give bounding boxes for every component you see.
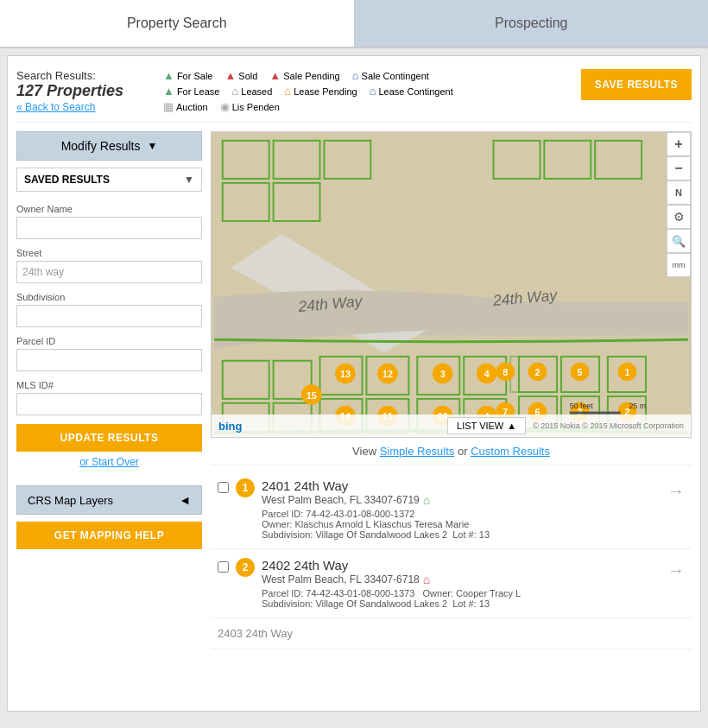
settings-icon[interactable]: ⚙ — [667, 205, 691, 229]
parcel-id-label: Parcel ID — [16, 336, 202, 346]
result-1-arrow-icon[interactable]: → — [667, 481, 685, 501]
result-1-address: 2401 24th Way — [262, 478, 661, 493]
parcel-id-input[interactable] — [16, 349, 202, 371]
legend-leased: ⌂ Leased — [231, 85, 272, 98]
saved-results-label: SAVED RESULTS — [24, 174, 184, 186]
svg-text:2: 2 — [535, 367, 540, 377]
result-2-detail: Parcel ID: 74-42-43-01-08-000-1373 Owner… — [262, 588, 661, 598]
parcel-id-filter: Parcel ID — [16, 336, 202, 380]
result-item-3-partial: 2403 24th Way — [211, 618, 692, 649]
list-view-arrow-icon: ▲ — [507, 421, 516, 431]
subdivision-label: Subdivision — [16, 292, 202, 302]
result-2-checkbox[interactable] — [218, 561, 229, 573]
street-label: Street — [16, 248, 202, 258]
svg-text:5: 5 — [578, 367, 583, 377]
result-1-number: 1 — [236, 478, 255, 497]
crs-map-layers-arrow-icon: ◄ — [179, 493, 191, 507]
svg-rect-2 — [223, 141, 269, 179]
back-to-search-link[interactable]: « Back to Search — [16, 101, 95, 113]
modify-results-label: Modify Results — [61, 139, 141, 153]
main-container: Search Results: 127 Properties « Back to… — [7, 55, 701, 712]
svg-rect-7 — [595, 141, 642, 179]
svg-rect-12 — [223, 361, 269, 399]
owner-name-filter: Owner Name — [16, 204, 202, 248]
ruler-icon[interactable]: mm — [667, 253, 691, 277]
results-label: Search Results: — [16, 69, 155, 82]
legend-sale-pending: ▲ Sale Pending — [269, 69, 339, 82]
list-view-button[interactable]: LIST VIEW ▲ — [447, 417, 526, 434]
simple-results-link[interactable]: Simple Results — [380, 445, 455, 458]
map-bottom-bar: bing LIST VIEW ▲ © 2015 Nokia © 2015 Mic… — [212, 415, 691, 437]
svg-text:3: 3 — [440, 369, 446, 379]
svg-rect-4 — [324, 141, 370, 179]
result-2-city: West Palm Beach, FL 33407-6718 ⌂ — [262, 573, 661, 586]
start-over-link[interactable]: or Start Over — [16, 456, 202, 468]
svg-text:4: 4 — [484, 369, 490, 379]
legend-row-2: ▲ For Lease ⌂ Leased ⌂ Lease Pending ⌂ L… — [163, 85, 572, 98]
result-1-home-icon: ⌂ — [423, 493, 430, 507]
result-2-home-icon: ⌂ — [423, 573, 430, 586]
map-container: 24th Way 24th Way 13 12 — [211, 131, 692, 438]
result-2-address: 2402 24th Way — [262, 558, 661, 573]
owner-name-input[interactable] — [16, 217, 202, 239]
list-view-label: LIST VIEW — [457, 421, 503, 431]
tab-prospecting[interactable]: Prospecting — [355, 0, 709, 47]
result-1-city: West Palm Beach, FL 33407-6719 ⌂ — [262, 493, 661, 507]
map-controls: + − N ⚙ 🔍 mm — [667, 132, 691, 277]
zoom-out-button[interactable]: − — [667, 156, 691, 180]
result-1-content: 2401 24th Way West Palm Beach, FL 33407-… — [262, 478, 661, 540]
results-header: Search Results: 127 Properties « Back to… — [16, 65, 692, 123]
results-count: 127 Properties — [16, 82, 155, 100]
legend-row-1: ▲ For Sale ▲ Sold ▲ Sale Pending ⌂ Sale … — [163, 69, 572, 82]
street-input[interactable] — [16, 261, 202, 283]
svg-text:15: 15 — [307, 390, 317, 401]
svg-rect-6 — [544, 141, 591, 179]
bing-logo: bing — [218, 420, 447, 433]
subdivision-input[interactable] — [16, 305, 202, 327]
result-1-checkbox[interactable] — [218, 482, 229, 493]
legend-sale-contingent: ⌂ Sale Contingent — [352, 69, 429, 82]
crs-map-layers[interactable]: CRS Map Layers ◄ — [16, 485, 202, 515]
modify-results-button[interactable]: Modify Results ▼ — [16, 131, 202, 161]
svg-rect-5 — [494, 141, 540, 179]
result-2-arrow-icon[interactable]: → — [667, 560, 685, 580]
result-item-1: 1 2401 24th Way West Palm Beach, FL 3340… — [211, 470, 692, 549]
results-list: View Simple Results or Custom Results 1 … — [211, 438, 692, 649]
save-results-button[interactable]: SAVE RESULTS — [581, 69, 692, 100]
update-results-button[interactable]: UPDATE RESULTS — [16, 424, 202, 452]
mls-id-input[interactable] — [16, 393, 202, 415]
svg-text:50 feet: 50 feet — [570, 402, 594, 410]
legend-row-3: ▦ Auction ◉ Lis Penden — [163, 100, 572, 113]
mls-id-filter: MLS ID# — [16, 380, 202, 424]
svg-text:1: 1 — [624, 367, 629, 377]
custom-results-link[interactable]: Custom Results — [471, 445, 550, 458]
search-map-icon[interactable]: 🔍 — [667, 229, 691, 253]
get-mapping-help-button[interactable]: GET MAPPING HELP — [16, 522, 202, 549]
results-info: Search Results: 127 Properties « Back to… — [16, 69, 155, 113]
result-1-parcel: Parcel ID: 74-42-43-01-08-000-1372 — [262, 509, 661, 519]
result-2-number: 2 — [236, 558, 255, 577]
saved-results-dropdown[interactable]: SAVED RESULTS ▼ — [16, 168, 202, 192]
zoom-in-button[interactable]: + — [667, 132, 691, 156]
map-svg: 24th Way 24th Way 13 12 — [212, 132, 691, 437]
street-filter: Street — [16, 248, 202, 292]
svg-rect-3 — [274, 141, 320, 179]
svg-text:12: 12 — [382, 369, 393, 379]
result-2-subdivision: Subdivision: Village Of Sandalwood Lakes… — [262, 598, 661, 609]
mls-id-label: MLS ID# — [16, 380, 202, 390]
result-1-owner: Owner: Klaschus Arnold L Klaschus Teresa… — [262, 519, 661, 529]
legend-for-sale: ▲ For Sale — [163, 69, 212, 82]
compass-icon: N — [667, 180, 691, 205]
content-area: Modify Results ▼ SAVED RESULTS ▼ Owner N… — [16, 131, 692, 649]
tab-property-search[interactable]: Property Search — [0, 0, 355, 47]
result-1-subdivision: Subdivision: Village Of Sandalwood Lakes… — [262, 529, 661, 540]
svg-rect-9 — [274, 183, 320, 221]
legend-for-lease: ▲ For Lease — [163, 85, 219, 98]
svg-rect-8 — [223, 183, 269, 221]
map-and-results: 24th Way 24th Way 13 12 — [211, 131, 692, 649]
view-text: View — [352, 445, 376, 458]
dropdown-arrow-icon: ▼ — [184, 174, 194, 186]
sidebar: Modify Results ▼ SAVED RESULTS ▼ Owner N… — [16, 131, 202, 649]
crs-map-layers-label: CRS Map Layers — [28, 494, 113, 507]
legend-lease-contingent: ⌂ Lease Contingent — [370, 85, 453, 98]
